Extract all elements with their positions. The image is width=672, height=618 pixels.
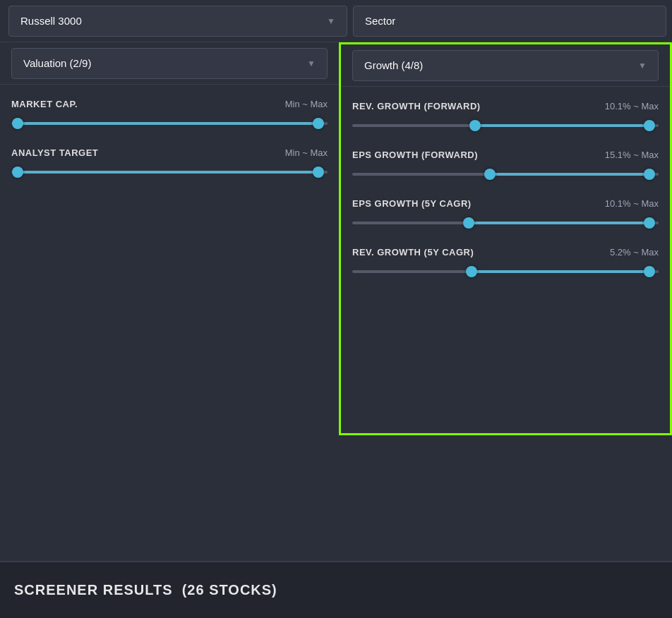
eps-growth-5y-label: EPS GROWTH (5Y CAGR) <box>352 198 472 209</box>
valuation-chevron-icon: ▼ <box>307 59 316 68</box>
eps-growth-forward-filter: EPS GROWTH (FORWARD) 15.1% ~ Max <box>352 150 659 181</box>
eps-growth-forward-thumb-left[interactable] <box>484 169 496 180</box>
eps-growth-5y-range: 10.1% ~ Max <box>605 198 659 209</box>
rev-growth-forward-filter: REV. GROWTH (FORWARD) 10.1% ~ Max <box>352 101 659 133</box>
eps-growth-forward-label: EPS GROWTH (FORWARD) <box>352 150 478 160</box>
eps-growth-forward-label-row: EPS GROWTH (FORWARD) 15.1% ~ Max <box>352 150 659 160</box>
valuation-label: Valuation (2/9) <box>23 57 91 69</box>
market-cap-filter: MARKET CAP. Min ~ Max <box>11 99 328 131</box>
rev-growth-5y-label: REV. GROWTH (5Y CAGR) <box>352 247 474 258</box>
rev-growth-forward-label: REV. GROWTH (FORWARD) <box>352 101 481 111</box>
right-filter-section: REV. GROWTH (FORWARD) 10.1% ~ Max <box>341 87 670 307</box>
rev-growth-5y-label-row: REV. GROWTH (5Y CAGR) 5.2% ~ Max <box>352 247 659 258</box>
market-cap-label: MARKET CAP. <box>11 99 78 109</box>
eps-growth-5y-thumb-right[interactable] <box>644 217 655 229</box>
market-cap-slider[interactable] <box>11 116 328 131</box>
russell-dropdown[interactable]: Russell 3000 ▼ <box>8 6 347 37</box>
market-cap-thumb-right[interactable] <box>313 118 324 129</box>
rev-growth-5y-range: 5.2% ~ Max <box>610 247 659 258</box>
eps-growth-forward-track-fill <box>490 173 649 176</box>
eps-growth-forward-thumb-right[interactable] <box>644 169 655 180</box>
analyst-target-track-fill <box>18 171 318 174</box>
russell-label: Russell 3000 <box>20 15 82 27</box>
page-wrapper: Russell 3000 ▼ Sector Valuation (2/9) ▼ … <box>0 0 672 618</box>
rev-growth-forward-thumb-right[interactable] <box>644 120 655 131</box>
right-panel-header: Growth (4/8) ▼ <box>341 44 670 87</box>
analyst-target-thumb-left[interactable] <box>12 166 23 178</box>
eps-growth-5y-thumb-left[interactable] <box>463 217 474 229</box>
market-cap-thumb-left[interactable] <box>12 118 23 129</box>
growth-chevron-icon: ▼ <box>638 61 647 71</box>
eps-growth-forward-slider[interactable] <box>352 167 659 181</box>
screener-results-label: SCREENER RESULTS <box>14 582 173 598</box>
right-panel: Growth (4/8) ▼ REV. GROWTH (FORWARD) 10.… <box>339 42 672 435</box>
bottom-bar: SCREENER RESULTS (26 STOCKS) <box>0 561 672 618</box>
eps-growth-forward-range: 15.1% ~ Max <box>605 150 659 160</box>
panels-row: Valuation (2/9) ▼ MARKET CAP. Min ~ Max <box>0 42 672 435</box>
left-panel-header: Valuation (2/9) ▼ <box>0 42 339 85</box>
rev-growth-forward-track-fill <box>475 124 649 127</box>
rev-growth-5y-filter: REV. GROWTH (5Y CAGR) 5.2% ~ Max <box>352 247 659 279</box>
left-filter-section: MARKET CAP. Min ~ Max <box>0 85 339 207</box>
analyst-target-label: ANALYST TARGET <box>11 147 98 158</box>
rev-growth-forward-thumb-left[interactable] <box>469 120 481 131</box>
rev-growth-5y-slider[interactable] <box>352 265 659 279</box>
top-bar: Russell 3000 ▼ Sector <box>0 0 672 42</box>
analyst-target-slider[interactable] <box>11 165 328 179</box>
market-cap-range: Min ~ Max <box>285 99 328 109</box>
spacer <box>0 435 672 562</box>
sector-dropdown[interactable]: Sector <box>353 6 666 37</box>
growth-dropdown[interactable]: Growth (4/8) ▼ <box>352 50 659 81</box>
rev-growth-forward-range: 10.1% ~ Max <box>605 101 659 111</box>
screener-results-title: SCREENER RESULTS (26 STOCKS) <box>14 582 277 598</box>
analyst-target-range: Min ~ Max <box>285 147 328 158</box>
eps-growth-5y-track-fill <box>469 222 649 224</box>
eps-growth-5y-filter: EPS GROWTH (5Y CAGR) 10.1% ~ Max <box>352 198 659 230</box>
russell-chevron-icon: ▼ <box>327 16 335 26</box>
rev-growth-forward-slider[interactable] <box>352 119 659 133</box>
analyst-target-thumb-right[interactable] <box>313 166 324 178</box>
analyst-target-label-row: ANALYST TARGET Min ~ Max <box>11 147 328 158</box>
market-cap-label-row: MARKET CAP. Min ~ Max <box>11 99 328 109</box>
eps-growth-5y-slider[interactable] <box>352 216 659 230</box>
rev-growth-5y-thumb-right[interactable] <box>644 266 655 277</box>
analyst-target-filter: ANALYST TARGET Min ~ Max <box>11 147 328 179</box>
growth-label: Growth (4/8) <box>364 59 423 71</box>
rev-growth-5y-thumb-left[interactable] <box>466 266 477 277</box>
sector-label: Sector <box>365 15 395 27</box>
screener-results-count: (26 STOCKS) <box>182 582 277 598</box>
rev-growth-5y-track-fill <box>472 270 649 273</box>
eps-growth-5y-label-row: EPS GROWTH (5Y CAGR) 10.1% ~ Max <box>352 198 659 209</box>
left-panel: Valuation (2/9) ▼ MARKET CAP. Min ~ Max <box>0 42 339 435</box>
market-cap-track-fill <box>18 122 318 125</box>
rev-growth-forward-label-row: REV. GROWTH (FORWARD) 10.1% ~ Max <box>352 101 659 111</box>
valuation-dropdown[interactable]: Valuation (2/9) ▼ <box>11 48 328 79</box>
